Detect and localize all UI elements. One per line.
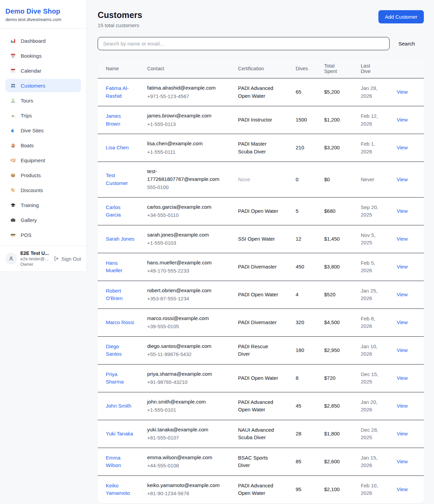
view-link[interactable]: View: [397, 145, 408, 150]
sidebar-item-calendar[interactable]: Calendar: [5, 64, 81, 77]
brand: Demo Dive Shop demo.test.divestreams.com: [0, 0, 86, 29]
people-icon: [10, 82, 16, 89]
table-header-row: NameContactCertificationDivesTotalSpentL…: [98, 59, 424, 78]
table-row: Lisa Chenlisa.chen@example.com+1-555-011…: [98, 134, 424, 162]
customer-phone: 555-0100: [147, 184, 219, 191]
customer-certification: BSAC Sports Diver: [238, 448, 296, 475]
customer-name-link[interactable]: Keiko Yamamoto: [106, 483, 130, 496]
search-button[interactable]: Search: [390, 38, 424, 50]
view-link[interactable]: View: [397, 264, 408, 269]
table-row: Marco Rossimarco.rossi@example.com+39-55…: [98, 309, 424, 336]
customer-certification: None: [238, 162, 296, 198]
logout-icon: [54, 256, 59, 261]
sidebar-item-discounts[interactable]: Discounts: [5, 183, 81, 197]
sidebar-item-equipment[interactable]: Equipment: [5, 153, 81, 167]
grad-cap-icon: [10, 202, 16, 208]
view-link[interactable]: View: [397, 347, 408, 353]
user-role: Owner: [20, 262, 50, 267]
customer-dives: 180: [296, 336, 324, 364]
view-link[interactable]: View: [397, 375, 408, 381]
table-row: Sarah Jonessarah.jones@example.com+1-555…: [98, 225, 424, 253]
customer-name-link[interactable]: Sarah Jones: [106, 236, 134, 242]
customer-certification: SSI Open Water: [238, 225, 296, 253]
sign-out-button[interactable]: Sign Out: [54, 256, 81, 262]
user-info: E2E Test U... e2e-tester@... Owner: [20, 250, 50, 267]
customer-name-link[interactable]: Hans Mueller: [106, 260, 122, 274]
view-link[interactable]: View: [397, 89, 408, 95]
view-link[interactable]: View: [397, 486, 408, 492]
customer-email: test-1772681807767@example.com: [147, 168, 219, 183]
column-header: TotalSpent: [324, 59, 361, 78]
customer-certification: PADI Advanced Open Water: [238, 78, 296, 106]
view-link[interactable]: View: [397, 403, 408, 409]
sidebar-item-gallery[interactable]: Gallery: [5, 213, 81, 227]
customer-name-link[interactable]: Diego Santos: [106, 343, 122, 357]
customer-email: robert.obrien@example.com: [147, 287, 219, 295]
customer-name-link[interactable]: John Smith: [106, 403, 131, 409]
sidebar-item-label: Training: [21, 202, 39, 208]
view-link[interactable]: View: [397, 208, 408, 214]
customer-name-link[interactable]: Robert O'Brien: [106, 288, 123, 301]
sidebar-item-training[interactable]: Training: [5, 198, 81, 212]
island-icon: [10, 97, 16, 104]
sidebar-item-bookings[interactable]: 17Bookings: [5, 49, 81, 62]
total-customers-count: 15 total customers: [98, 22, 142, 28]
speedboat-icon: [10, 112, 16, 118]
view-link[interactable]: View: [397, 319, 408, 325]
customer-email: priya.sharma@example.com: [147, 370, 219, 378]
view-link[interactable]: View: [397, 292, 408, 297]
tag-icon: [10, 187, 16, 193]
customer-name-link[interactable]: Fatima Al-Rashid: [106, 85, 129, 99]
table-row: John Smithjohn.smith@example.com+1-555-0…: [98, 392, 424, 420]
customer-phone: +91-98765-43210: [147, 378, 219, 386]
customer-name-link[interactable]: James Brown: [106, 113, 121, 127]
customer-name-link[interactable]: Emma Wilson: [106, 455, 121, 468]
view-link[interactable]: View: [397, 459, 408, 464]
view-link[interactable]: View: [397, 117, 408, 123]
table-row: Robert O'Brienrobert.obrien@example.com+…: [98, 281, 424, 309]
customer-name-link[interactable]: Carlos Garcia: [106, 204, 121, 218]
customer-total-spent: $1,800: [324, 420, 361, 448]
customer-name-link[interactable]: Lisa Chen: [106, 145, 129, 150]
view-link[interactable]: View: [397, 176, 408, 182]
search-input[interactable]: [98, 37, 390, 50]
customer-name-link[interactable]: Priya Sharma: [106, 371, 124, 385]
column-header: [397, 59, 424, 78]
customer-phone: +39-555-0105: [147, 323, 219, 331]
sidebar-item-boats[interactable]: Boats: [5, 138, 81, 152]
column-header: LastDive: [361, 59, 397, 78]
customer-dives: 5: [296, 197, 324, 225]
sidebar-item-tours[interactable]: Tours: [5, 94, 81, 107]
sidebar-item-pos[interactable]: POS: [5, 228, 81, 242]
shop-name: Demo Dive Shop: [5, 7, 81, 15]
shop-domain: demo.test.divestreams.com: [5, 17, 81, 22]
sidebar-item-trips[interactable]: Trips: [5, 109, 81, 122]
customer-name-link[interactable]: Yuki Tanaka: [106, 431, 133, 436]
customer-name-link[interactable]: Test Customer: [106, 172, 128, 186]
view-link[interactable]: View: [397, 236, 408, 242]
customer-certification: PADI Divemaster: [238, 309, 296, 336]
customer-certification: PADI Instructor: [238, 106, 296, 134]
sidebar-item-customers[interactable]: Customers: [5, 79, 81, 92]
sailboat-icon: [10, 142, 16, 148]
customer-email: marco.rossi@example.com: [147, 315, 219, 322]
sidebar-item-dashboard[interactable]: Dashboard: [5, 34, 81, 48]
customer-total-spent: $2,100: [324, 475, 361, 503]
sidebar-item-label: Customers: [21, 83, 45, 89]
view-link[interactable]: View: [397, 431, 408, 436]
customer-name-link[interactable]: Marco Rossi: [106, 319, 134, 325]
customer-total-spent: $1,200: [324, 106, 361, 134]
customer-certification: PADI Open Water: [238, 281, 296, 309]
customer-phone: +49-170-555-2233: [147, 267, 219, 275]
customer-dives: 320: [296, 309, 324, 336]
sidebar-item-products[interactable]: Products: [5, 168, 81, 182]
customer-dives: 95: [296, 475, 324, 503]
table-row: Fatima Al-Rashidfatima.alrashid@example.…: [98, 78, 424, 106]
app-window: Demo Dive Shop demo.test.divestreams.com…: [0, 0, 434, 504]
sidebar-item-label: Calendar: [21, 68, 41, 74]
customer-email: sarah.jones@example.com: [147, 231, 219, 239]
customer-last-dive: Feb 5, 2026: [361, 253, 397, 281]
add-customer-button[interactable]: Add Customer: [378, 10, 424, 23]
sidebar-item-dive-sites[interactable]: Dive Sites: [5, 124, 81, 137]
sidebar-item-label: Equipment: [21, 157, 45, 163]
